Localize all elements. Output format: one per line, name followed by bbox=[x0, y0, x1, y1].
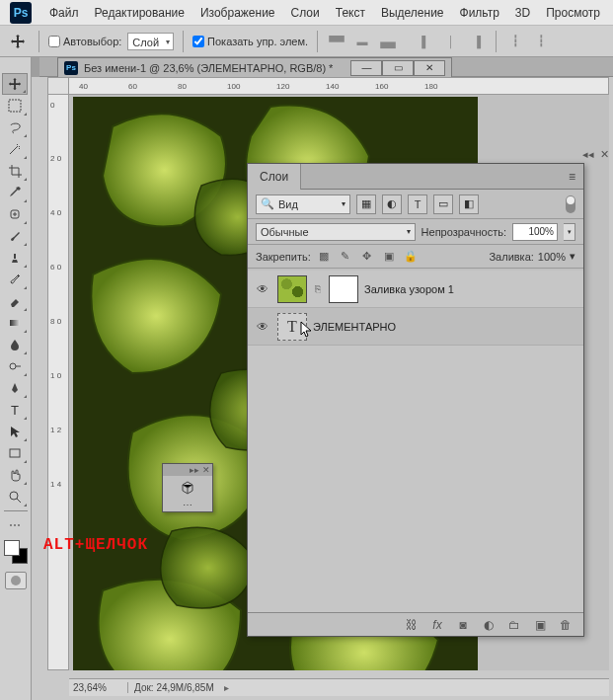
filter-type-icon[interactable]: T bbox=[408, 194, 427, 214]
filter-toggle[interactable] bbox=[566, 195, 575, 213]
opacity-dropdown-icon[interactable]: ▾ bbox=[564, 223, 575, 241]
layer-thumbnail-text[interactable]: T bbox=[277, 313, 307, 341]
blend-mode-select[interactable]: Обычные bbox=[256, 223, 416, 241]
quick-mask-toggle[interactable] bbox=[5, 572, 27, 589]
brush-tool[interactable] bbox=[2, 225, 28, 247]
hand-tool[interactable] bbox=[2, 464, 28, 486]
zoom-tool[interactable] bbox=[2, 486, 28, 507]
filter-pixel-icon[interactable]: ▦ bbox=[356, 194, 376, 214]
layers-tab[interactable]: Слои bbox=[248, 164, 301, 190]
shape-tool[interactable] bbox=[2, 442, 28, 464]
adjustment-layer-icon[interactable]: ◐ bbox=[481, 618, 497, 632]
menu-text[interactable]: Текст bbox=[328, 6, 373, 20]
dodge-tool[interactable] bbox=[2, 355, 28, 377]
fill-dropdown-icon[interactable]: ▾ bbox=[570, 250, 575, 263]
floating-mini-panel[interactable]: ▸▸ ✕ ⋯ bbox=[162, 463, 213, 512]
pen-tool[interactable] bbox=[2, 377, 28, 399]
show-controls-label: Показать упр. элем. bbox=[207, 36, 308, 47]
align-vcenter-icon[interactable]: ▬ bbox=[352, 32, 372, 51]
show-controls-checkbox[interactable]: Показать упр. элем. bbox=[192, 36, 308, 47]
stamp-tool[interactable] bbox=[2, 247, 28, 269]
ruler-tick: 80 bbox=[178, 82, 187, 91]
lasso-tool[interactable] bbox=[2, 117, 28, 138]
filter-smart-icon[interactable]: ◧ bbox=[459, 194, 479, 214]
status-menu-arrow[interactable]: ▸ bbox=[220, 682, 233, 693]
separator bbox=[183, 31, 184, 52]
close-button[interactable]: ✕ bbox=[414, 60, 445, 76]
new-group-icon[interactable]: 🗀 bbox=[506, 618, 522, 632]
eraser-tool[interactable] bbox=[2, 290, 28, 312]
lock-transparency-icon[interactable]: ▩ bbox=[315, 249, 333, 265]
menu-filter[interactable]: Фильтр bbox=[452, 6, 507, 20]
layer-fx-icon[interactable]: fx bbox=[429, 618, 445, 632]
add-mask-icon[interactable]: ◙ bbox=[455, 618, 471, 632]
minimize-button[interactable]: — bbox=[350, 60, 382, 76]
delete-layer-icon[interactable]: 🗑 bbox=[558, 618, 574, 632]
visibility-toggle-icon[interactable]: 👁 bbox=[254, 320, 271, 334]
layer-name[interactable]: Заливка узором 1 bbox=[364, 283, 577, 295]
layer-name[interactable]: ЭЛЕМЕНТАРНО bbox=[313, 321, 577, 333]
horizontal-ruler[interactable]: 40 60 80 100 120 140 160 180 bbox=[69, 77, 609, 95]
autoselect-mode-select[interactable]: Слой bbox=[127, 33, 174, 50]
foreground-color-swatch[interactable] bbox=[4, 540, 20, 556]
link-icon[interactable]: ⎘ bbox=[313, 283, 323, 294]
move-tool-icon[interactable] bbox=[6, 30, 30, 53]
menu-select[interactable]: Выделение bbox=[373, 6, 452, 20]
maximize-button[interactable]: ▭ bbox=[382, 60, 414, 76]
zoom-level[interactable]: 23,64% bbox=[69, 682, 128, 693]
mini-panel-menu-icon[interactable]: ⋯ bbox=[163, 500, 212, 510]
eyedropper-tool[interactable] bbox=[2, 182, 28, 203]
history-brush-tool[interactable] bbox=[2, 269, 28, 290]
menu-layers[interactable]: Слои bbox=[283, 6, 328, 20]
layer-row[interactable]: 👁 T ЭЛЕМЕНТАРНО bbox=[248, 308, 583, 346]
link-layers-icon[interactable]: ⛓ bbox=[404, 618, 420, 632]
opacity-input[interactable]: 100% bbox=[512, 223, 558, 241]
blur-tool[interactable] bbox=[2, 334, 28, 355]
distribute-icon[interactable]: ┇ bbox=[505, 32, 525, 51]
crop-tool[interactable] bbox=[2, 160, 28, 182]
menu-3d[interactable]: 3D bbox=[507, 6, 538, 20]
menu-edit[interactable]: Редактирование bbox=[87, 6, 192, 20]
new-layer-icon[interactable]: ▣ bbox=[532, 618, 548, 632]
doc-size[interactable]: Док: 24,9M/6,85M bbox=[128, 682, 220, 693]
panel-menu-icon[interactable]: ≡ bbox=[561, 170, 583, 184]
menu-view[interactable]: Просмотр bbox=[538, 6, 608, 20]
gradient-tool[interactable] bbox=[2, 312, 28, 334]
panel-collapse-icon[interactable]: ◂◂ bbox=[582, 148, 594, 161]
move-tool[interactable] bbox=[2, 73, 28, 95]
autoselect-checkbox[interactable]: Автовыбор: bbox=[48, 36, 121, 47]
distribute-icon-2[interactable]: ┇ bbox=[531, 32, 551, 51]
fill-input[interactable]: 100% bbox=[538, 251, 566, 263]
filter-adjust-icon[interactable]: ◐ bbox=[382, 194, 402, 214]
lock-all-icon[interactable]: 🔒 bbox=[402, 249, 420, 265]
lock-pixels-icon[interactable]: ✎ bbox=[337, 249, 354, 265]
layer-row[interactable]: 👁 ⎘ Заливка узором 1 bbox=[248, 271, 583, 308]
menu-file[interactable]: Файл bbox=[41, 6, 87, 20]
healing-tool[interactable] bbox=[2, 203, 28, 225]
visibility-toggle-icon[interactable]: 👁 bbox=[254, 282, 271, 296]
color-swatches[interactable] bbox=[4, 540, 28, 564]
mini-panel-header[interactable]: ▸▸ ✕ bbox=[163, 464, 212, 476]
type-tool[interactable]: T bbox=[2, 399, 28, 421]
panel-close-icon[interactable]: ✕ bbox=[600, 148, 609, 161]
document-tab[interactable]: Ps Без имени-1 @ 23,6% (ЭЛЕМЕНТАРНО, RGB… bbox=[57, 57, 452, 77]
tab-handle[interactable] bbox=[32, 57, 39, 77]
layer-mask-thumbnail[interactable] bbox=[329, 275, 358, 303]
align-hcenter-icon[interactable]: │ bbox=[441, 32, 461, 51]
align-left-icon[interactable]: ▌ bbox=[416, 32, 435, 51]
filter-kind-select[interactable]: 🔍Вид bbox=[256, 194, 350, 214]
magic-wand-tool[interactable] bbox=[2, 138, 28, 160]
layer-thumbnail[interactable] bbox=[277, 275, 307, 303]
edit-toolbar[interactable]: ⋯ bbox=[2, 514, 28, 536]
vertical-ruler[interactable]: 0 2 0 4 0 6 0 8 0 1 0 1 2 1 4 bbox=[47, 95, 69, 670]
marquee-tool[interactable] bbox=[2, 95, 28, 117]
filter-shape-icon[interactable]: ▭ bbox=[433, 194, 453, 214]
align-top-icon[interactable]: ▀▀ bbox=[327, 32, 346, 51]
align-bottom-icon[interactable]: ▄▄ bbox=[378, 32, 398, 51]
align-right-icon[interactable]: ▐ bbox=[467, 32, 487, 51]
lock-position-icon[interactable]: ✥ bbox=[358, 249, 376, 265]
path-select-tool[interactable] bbox=[2, 421, 28, 442]
mini-panel-3d-icon[interactable] bbox=[163, 476, 212, 500]
lock-artboard-icon[interactable]: ▣ bbox=[380, 249, 398, 265]
menu-image[interactable]: Изображение bbox=[192, 6, 283, 20]
